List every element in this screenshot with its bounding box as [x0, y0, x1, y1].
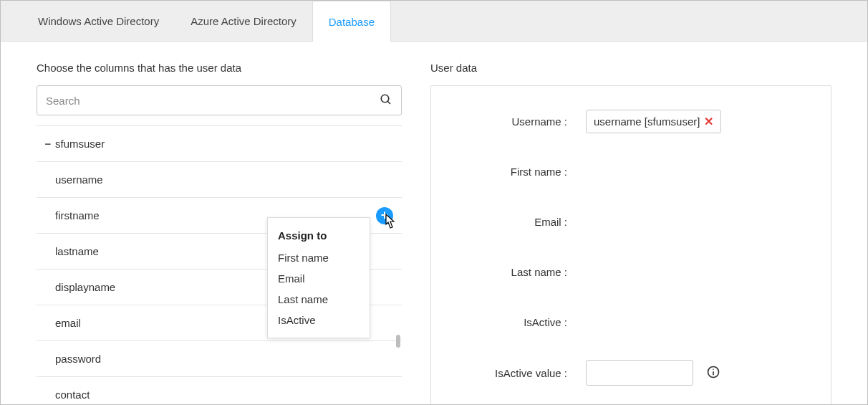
tree-wrapper: − sfumsuser username firstname + [37, 125, 402, 405]
tree-item-label: lastname [55, 245, 99, 257]
tree-item-label: email [55, 317, 81, 329]
cursor-pointer-icon [382, 213, 397, 232]
popup-title: Assign to [268, 225, 370, 247]
add-button[interactable]: + [376, 207, 393, 224]
columns-heading: Choose the columns that has the user dat… [37, 62, 402, 74]
tree-item-contact[interactable]: contact [37, 377, 402, 405]
user-data-panel: User data Username : username [sfumsuser… [430, 62, 831, 405]
field-row-lastname: Last name : [460, 259, 802, 284]
collapse-icon[interactable]: − [41, 138, 55, 150]
tab-windows-ad[interactable]: Windows Active Directory [22, 1, 175, 41]
label-email: Email : [460, 216, 567, 228]
app-window: Windows Active Directory Azure Active Di… [0, 0, 868, 405]
popup-item-firstname[interactable]: First name [268, 247, 370, 268]
field-row-isactive: IsActive : [460, 310, 802, 334]
tab-bar: Windows Active Directory Azure Active Di… [1, 1, 867, 42]
tree-parent-label: sfumsuser [55, 138, 105, 150]
tree-item-label: username [55, 173, 103, 186]
content-area: Choose the columns that has the user dat… [1, 42, 867, 405]
label-isactive: IsActive : [460, 316, 567, 328]
isactive-value-input[interactable] [586, 360, 693, 386]
search-box[interactable] [37, 85, 402, 115]
tree-item-username[interactable]: username [37, 162, 402, 198]
svg-point-4 [713, 368, 714, 370]
tree-item-password[interactable]: password [37, 341, 402, 377]
search-icon[interactable] [380, 93, 392, 108]
svg-line-1 [387, 101, 390, 104]
user-data-box: Username : username [sfumsuser] ✕ First … [430, 85, 831, 405]
popup-item-email[interactable]: Email [268, 268, 370, 289]
search-input[interactable] [46, 95, 380, 107]
popup-item-lastname[interactable]: Last name [268, 289, 370, 310]
tab-azure-ad[interactable]: Azure Active Directory [175, 1, 312, 41]
label-isactive-value: IsActive value : [460, 367, 567, 379]
remove-username-icon[interactable]: ✕ [704, 115, 713, 128]
tab-database[interactable]: Database [312, 1, 391, 42]
user-data-heading: User data [430, 62, 831, 74]
field-row-firstname: First name : [460, 159, 802, 184]
label-firstname: First name : [460, 166, 567, 178]
tree-item-label: displayname [55, 281, 115, 293]
username-tag-text: username [sfumsuser] [594, 115, 700, 128]
scrollbar-thumb[interactable] [396, 335, 400, 348]
label-lastname: Last name : [460, 266, 567, 278]
info-icon[interactable] [706, 365, 720, 381]
field-row-email: Email : [460, 209, 802, 234]
popup-item-isactive[interactable]: IsActive [268, 310, 370, 330]
columns-panel: Choose the columns that has the user dat… [37, 62, 402, 405]
svg-point-0 [381, 95, 389, 103]
field-row-isactive-value: IsActive value : [460, 360, 802, 386]
assign-to-popup: Assign to First name Email Last name IsA… [267, 217, 370, 338]
field-row-username: Username : username [sfumsuser] ✕ [460, 109, 802, 133]
tree-item-label: password [55, 353, 101, 365]
label-username: Username : [460, 115, 567, 128]
username-tag: username [sfumsuser] ✕ [586, 110, 721, 133]
tree-item-label: contact [55, 389, 90, 401]
tree-parent-sfumsuser[interactable]: − sfumsuser [37, 126, 402, 162]
tree-item-label: firstname [55, 209, 100, 221]
